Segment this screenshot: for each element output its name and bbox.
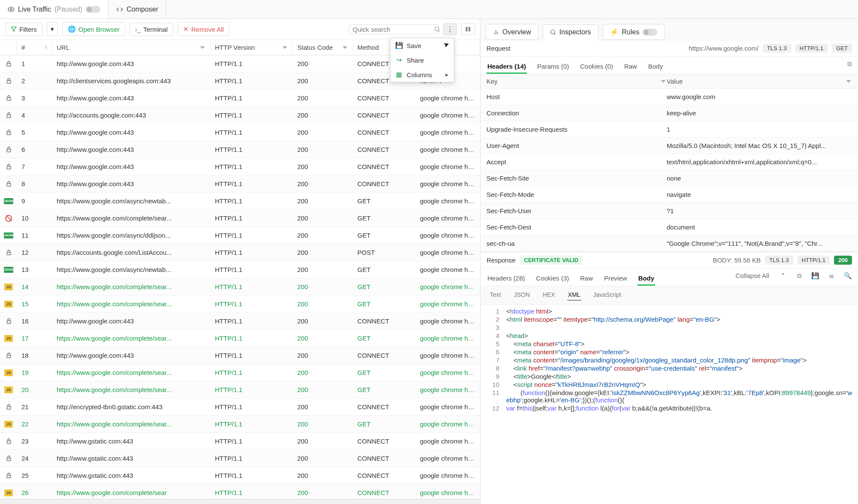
header-row[interactable]: Hostwww.google.com xyxy=(480,89,858,105)
filter-icon[interactable]: ⏷ xyxy=(342,44,348,51)
filters-dropdown[interactable]: ▾ xyxy=(47,22,58,36)
session-row[interactable]: JSON9https://www.google.com/async/newtab… xyxy=(0,193,480,210)
session-row[interactable]: 25http://www.gstatic.com:443HTTP/1.1200C… xyxy=(0,467,480,484)
tab-rules[interactable]: ⚡ Rules xyxy=(603,24,665,40)
header-row[interactable]: Upgrade-Insecure-Requests1 xyxy=(480,121,858,138)
header-row[interactable]: Sec-Fetch-User?1 xyxy=(480,203,858,219)
dropdown-share[interactable]: ↪ Share xyxy=(390,53,454,67)
row-version: HTTP/1.1 xyxy=(211,60,293,67)
row-number: 24 xyxy=(17,455,52,462)
session-row[interactable]: 24http://www.gstatic.com:443HTTP/1.1200C… xyxy=(0,450,480,467)
session-row[interactable]: JS26https://www.google.com/complete/sear… xyxy=(0,484,480,499)
fmt-xml[interactable]: XML xyxy=(567,290,581,301)
row-version: HTTP/1.1 xyxy=(211,197,293,205)
req-tab-headers[interactable]: Headers (14) xyxy=(486,60,527,74)
row-version: HTTP/1.1 xyxy=(211,438,293,445)
session-row[interactable]: 21http://encrypted-tbn0.gstatic.com:443H… xyxy=(0,398,480,416)
session-row[interactable]: 6http://www.google.com:443HTTP/1.1200CON… xyxy=(0,141,480,158)
toggle-layout-button[interactable] xyxy=(461,23,475,35)
fmt-text[interactable]: Text xyxy=(489,290,502,301)
live-toggle[interactable] xyxy=(86,6,100,13)
resp-tab-cookies[interactable]: Cookies (3) xyxy=(535,272,570,286)
tab-inspectors[interactable]: Inspectors xyxy=(543,24,598,40)
filters-button[interactable]: Filters xyxy=(5,23,42,36)
filter-icon[interactable]: ⏷ xyxy=(660,78,667,85)
response-body-code[interactable]: 1<!doctype html>2<html itemscope="" item… xyxy=(480,305,858,504)
header-row[interactable]: Sec-Fetch-Modenavigate xyxy=(480,187,858,203)
resp-tab-body[interactable]: Body xyxy=(637,272,656,286)
session-row[interactable]: 4http://accounts.google.com:443HTTP/1.12… xyxy=(0,107,480,124)
session-row[interactable]: 23http://www.gstatic.com:443HTTP/1.1200C… xyxy=(0,433,480,450)
col-http-version[interactable]: HTTP Version⏷ xyxy=(211,40,293,55)
open-browser-button[interactable]: 🌐 Open Browser xyxy=(62,22,125,36)
tab-overview[interactable]: Overview xyxy=(486,24,538,40)
resp-tab-preview[interactable]: Preview xyxy=(603,272,628,286)
session-row[interactable]: JS14https://www.google.com/complete/sear… xyxy=(0,278,480,296)
row-url: http://www.google.com:443 xyxy=(52,163,211,170)
session-row[interactable]: JS15https://www.google.com/complete/sear… xyxy=(0,296,480,313)
req-tab-raw[interactable]: Raw xyxy=(623,60,638,74)
session-row[interactable]: 12https://accounts.google.com/ListAccou.… xyxy=(0,244,480,261)
session-row[interactable]: JSON11https://www.google.com/async/ddljs… xyxy=(0,227,480,244)
header-row[interactable]: Connectionkeep-alive xyxy=(480,105,858,121)
col-status[interactable]: Status Code⏷ xyxy=(293,40,353,55)
more-menu-button[interactable]: ⋮ xyxy=(443,23,457,35)
resp-tab-headers[interactable]: Headers (28) xyxy=(486,272,526,286)
sessions-grid[interactable]: 1http://www.google.com:443HTTP/1.1200CON… xyxy=(0,55,480,499)
quick-search[interactable] xyxy=(349,24,439,34)
col-url[interactable]: URL⏷ xyxy=(52,40,211,55)
svg-rect-16 xyxy=(7,355,11,358)
col-number[interactable]: #↑ xyxy=(17,40,52,55)
horizontal-scrollbar[interactable] xyxy=(0,499,480,504)
session-row[interactable]: 5http://www.google.com:443HTTP/1.1200CON… xyxy=(0,124,480,141)
session-row[interactable]: JS19https://www.google.com/complete/sear… xyxy=(0,364,480,381)
session-row[interactable]: JS17https://www.google.com/complete/sear… xyxy=(0,330,480,347)
tab-composer[interactable]: Composer xyxy=(109,0,166,18)
save-body-icon[interactable]: 💾 xyxy=(811,272,819,286)
row-version: HTTP/1.1 xyxy=(211,369,293,376)
session-row[interactable]: JS22https://www.google.com/complete/sear… xyxy=(0,416,480,433)
request-label: Request xyxy=(486,45,511,52)
session-row[interactable]: 18http://www.google.com:443HTTP/1.1200CO… xyxy=(0,347,480,364)
row-process: google chrome h:74 xyxy=(416,283,480,290)
header-row[interactable]: Sec-Fetch-Sitenone xyxy=(480,170,858,187)
fmt-hex[interactable]: HEX xyxy=(542,290,556,301)
collapse-all-button[interactable]: Collapse All xyxy=(736,272,769,286)
search-input[interactable] xyxy=(353,26,434,33)
line-number: 12 xyxy=(480,404,506,412)
row-status: 200 xyxy=(293,249,353,256)
request-headers-head: Key⏷ Value⏷ xyxy=(480,74,858,89)
rules-toggle[interactable] xyxy=(643,29,657,36)
req-tab-params[interactable]: Params (0) xyxy=(536,60,570,74)
header-row[interactable]: Sec-Fetch-Destdocument xyxy=(480,219,858,235)
chevron-up-icon[interactable]: ⌃ xyxy=(779,272,788,286)
filter-icon[interactable]: ⏷ xyxy=(846,78,852,85)
tab-live-traffic[interactable]: Live Traffic (Paused) xyxy=(0,0,109,18)
req-tab-body[interactable]: Body xyxy=(647,60,664,74)
header-row[interactable]: sec-ch-ua"Google Chrome";v="111", "Not(A… xyxy=(480,235,858,252)
dropdown-columns[interactable]: ▦ Columns ▸ xyxy=(390,67,454,82)
filter-icon[interactable]: ⏷ xyxy=(199,44,206,51)
filter-icon[interactable]: ⏷ xyxy=(282,44,288,51)
copy-icon[interactable]: ⧉ xyxy=(847,60,852,74)
header-row[interactable]: Accepttext/html,application/xhtml+xml,ap… xyxy=(480,154,858,170)
fmt-json[interactable]: JSON xyxy=(513,290,531,301)
req-tab-cookies[interactable]: Cookies (0) xyxy=(579,60,614,74)
svg-rect-11 xyxy=(7,149,11,152)
session-row[interactable]: 10https://www.google.com/complete/sear..… xyxy=(0,210,480,227)
remove-all-button[interactable]: ✕ Remove All xyxy=(178,22,230,36)
copy-body-icon[interactable]: ⧉ xyxy=(797,272,802,286)
session-row[interactable]: 7http://www.google.com:443HTTP/1.1200CON… xyxy=(0,158,480,175)
session-row[interactable]: 8http://www.google.com:443HTTP/1.1200CON… xyxy=(0,175,480,193)
session-row[interactable]: 3http://www.google.com:443HTTP/1.1200CON… xyxy=(0,90,480,107)
search-body-icon[interactable]: 🔍 xyxy=(844,272,852,286)
session-row[interactable]: JSON13https://www.google.com/async/newta… xyxy=(0,261,480,278)
session-row[interactable]: 16http://www.google.com:443HTTP/1.1200CO… xyxy=(0,313,480,330)
fmt-javascript[interactable]: JavaScript xyxy=(592,290,622,301)
row-method: GET xyxy=(353,386,416,393)
wrap-icon[interactable]: ≣ xyxy=(829,272,834,286)
resp-tab-raw[interactable]: Raw xyxy=(579,272,594,286)
session-row[interactable]: JS20https://www.google.com/complete/sear… xyxy=(0,381,480,398)
header-row[interactable]: User-AgentMozilla/5.0 (Macintosh; Intel … xyxy=(480,138,858,154)
terminal-button[interactable]: ›_ Terminal xyxy=(130,23,173,36)
